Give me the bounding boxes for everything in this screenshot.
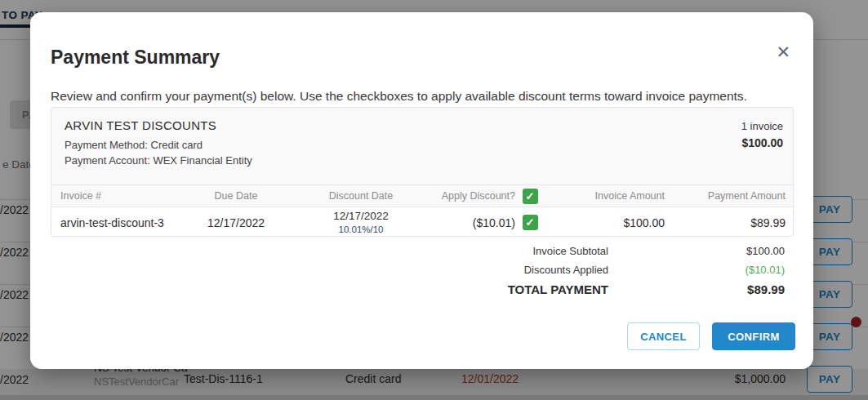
discount-date: 12/17/2022 <box>297 210 425 224</box>
header-discount-date: Discount Date <box>297 190 425 202</box>
header-due-date: Due Date <box>175 190 297 202</box>
vendor-name: ARVIN TEST DISCOUNTS <box>65 118 780 132</box>
discount-date-cell: 12/17/2022 10.01%/10 <box>297 210 425 235</box>
discounts-applied-label: Discounts Applied <box>524 264 608 276</box>
checkbox-check-icon: ✓ <box>526 216 535 229</box>
payment-method-line: Payment Method: Credit card <box>65 137 780 153</box>
header-payment-amount: Payment Amount <box>665 190 786 202</box>
vendor-total-amount: $100.00 <box>741 136 783 149</box>
vendor-payment-card: ARVIN TEST DISCOUNTS Payment Method: Cre… <box>51 107 794 237</box>
confirm-button[interactable]: CONFIRM <box>712 322 795 350</box>
invoice-number-cell: arvin-test-discount-3 <box>60 216 175 229</box>
dialog-title: Payment Summary <box>51 47 220 69</box>
invoice-amount-cell: $100.00 <box>545 216 665 229</box>
total-payment-label: TOTAL PAYMENT <box>508 282 608 296</box>
table-header-row: Invoice # Due Date Discount Date Apply D… <box>51 184 793 207</box>
cancel-button[interactable]: CANCEL <box>627 322 700 350</box>
apply-all-discounts-checkbox[interactable]: ✓ <box>523 189 538 204</box>
totals-summary: Invoice Subtotal $100.00 Discounts Appli… <box>508 245 785 303</box>
apply-discount-checkbox[interactable]: ✓ <box>523 215 538 230</box>
payment-account-line: Payment Account: WEX Financial Entity <box>65 153 780 168</box>
due-date-cell: 12/17/2022 <box>175 216 297 229</box>
invoice-count: 1 invoice <box>741 120 783 132</box>
dialog-description: Review and confirm your payment(s) below… <box>51 89 794 104</box>
payment-summary-dialog: Payment Summary ✕ Review and confirm you… <box>30 12 813 369</box>
discount-terms: 10.01%/10 <box>297 224 425 235</box>
invoice-subtotal-value: $100.00 <box>608 245 785 257</box>
invoice-subtotal-label: Invoice Subtotal <box>532 245 608 257</box>
header-invoice-amount: Invoice Amount <box>545 190 665 202</box>
header-apply-discount: Apply Discount? <box>425 190 515 202</box>
invoice-row: arvin-test-discount-3 12/17/2022 12/17/2… <box>51 207 793 237</box>
payment-amount-cell: $89.99 <box>665 216 786 229</box>
header-invoice-number: Invoice # <box>60 190 175 202</box>
discounts-applied-value: ($10.01) <box>608 264 785 276</box>
checkbox-check-icon: ✓ <box>526 190 535 202</box>
screen: TO PAY PA e Date /2022 /2022 /2022 /2022… <box>0 0 868 400</box>
close-icon[interactable]: ✕ <box>776 43 790 60</box>
discount-amount-cell: ($10.01) <box>425 216 515 229</box>
total-payment-value: $89.99 <box>608 282 785 296</box>
vendor-header: ARVIN TEST DISCOUNTS Payment Method: Cre… <box>51 108 793 184</box>
